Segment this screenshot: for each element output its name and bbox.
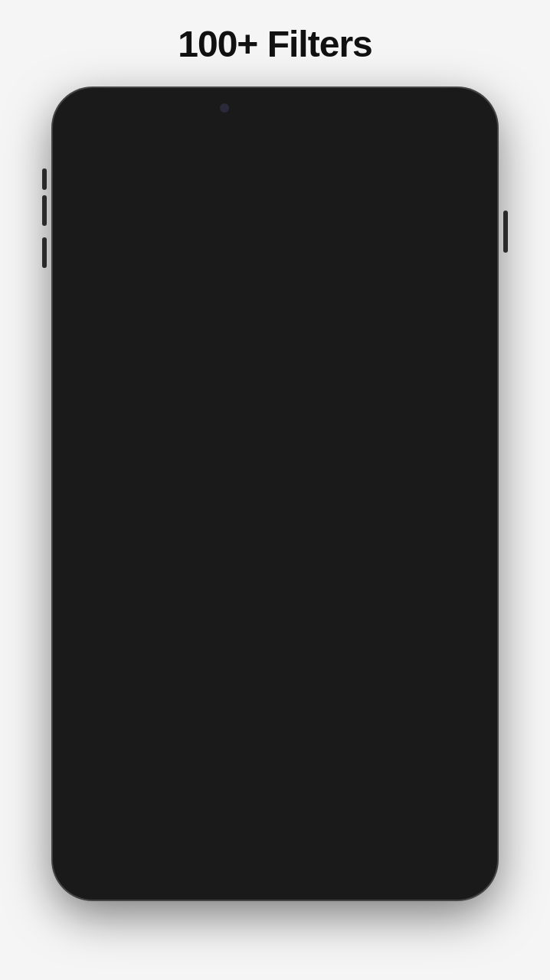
filter-dark[interactable]: Dark bbox=[294, 792, 368, 880]
svg-point-60 bbox=[106, 815, 119, 825]
filter-sk1[interactable]: SK-1 bbox=[446, 792, 488, 880]
power-button bbox=[503, 211, 508, 253]
svg-point-5 bbox=[396, 155, 486, 204]
saturation-icon bbox=[278, 737, 309, 768]
filter-a1-thumb bbox=[370, 792, 444, 865]
phone-screen: Brightness Contrast bbox=[62, 97, 488, 890]
svg-point-14 bbox=[317, 346, 324, 351]
page-title: 100+ Filters bbox=[178, 23, 372, 65]
shadow-icon: S bbox=[471, 737, 488, 768]
filter-sk1-label: SK-1 bbox=[472, 868, 488, 880]
svg-point-48 bbox=[227, 757, 231, 762]
warmth-label: Warmth bbox=[211, 771, 246, 782]
svg-point-15 bbox=[369, 397, 378, 406]
filter-original[interactable]: Original bbox=[67, 792, 140, 880]
volume-up-button bbox=[42, 195, 47, 226]
filters-row: Original bbox=[62, 786, 488, 884]
mute-button bbox=[42, 168, 47, 190]
highlight-icon: H bbox=[407, 737, 437, 768]
svg-line-40 bbox=[93, 745, 96, 748]
svg-text:H: H bbox=[418, 746, 426, 759]
filter-dark-label: Dark bbox=[320, 868, 341, 880]
contrast-label: Contrast bbox=[146, 771, 183, 782]
saturation-label: Saturation bbox=[270, 771, 316, 782]
filter-story-label: Story bbox=[244, 868, 267, 880]
svg-line-42 bbox=[106, 745, 109, 748]
fade-icon bbox=[342, 737, 373, 768]
svg-line-43 bbox=[93, 758, 96, 761]
tool-fade[interactable]: Fade bbox=[326, 734, 390, 786]
svg-point-58 bbox=[83, 799, 126, 848]
filter-story-thumb bbox=[218, 792, 292, 865]
volume-down-button bbox=[42, 237, 47, 268]
filter-original-label: Original bbox=[87, 868, 121, 880]
svg-point-12 bbox=[305, 343, 328, 358]
fade-label: Fade bbox=[346, 771, 369, 782]
warmth-icon bbox=[214, 737, 244, 768]
filter-story[interactable]: Story bbox=[218, 792, 292, 880]
brightness-icon bbox=[85, 737, 116, 768]
tools-row: Brightness Contrast bbox=[62, 734, 488, 786]
svg-text:S: S bbox=[487, 748, 488, 759]
contrast-icon bbox=[149, 737, 180, 768]
filter-a1[interactable]: A-1 bbox=[370, 792, 444, 880]
highlight-label: Highlight bbox=[403, 771, 442, 782]
svg-point-35 bbox=[95, 747, 106, 758]
controls-area: Brightness Contrast bbox=[62, 722, 488, 890]
filter-bright-thumb bbox=[142, 792, 216, 865]
filter-bright-label: Bright bbox=[166, 868, 192, 880]
tool-warmth[interactable]: Warmth bbox=[197, 734, 261, 786]
tool-highlight[interactable]: H Highlight bbox=[390, 734, 454, 786]
svg-point-54 bbox=[476, 742, 488, 763]
tool-shadow[interactable]: S Shad bbox=[454, 734, 488, 786]
tool-saturation[interactable]: Saturation bbox=[261, 734, 326, 786]
tool-brightness[interactable]: Brightness bbox=[68, 734, 133, 786]
svg-line-41 bbox=[106, 758, 109, 761]
photo-area bbox=[62, 97, 488, 722]
filter-sk1-thumb bbox=[446, 792, 488, 865]
filter-a1-label: A-1 bbox=[399, 868, 414, 880]
shadow-label: Shad bbox=[475, 771, 488, 782]
tool-contrast[interactable]: Contrast bbox=[133, 734, 197, 786]
filter-dark-thumb bbox=[294, 792, 368, 865]
phone-mockup: Brightness Contrast bbox=[53, 88, 497, 900]
filter-original-thumb bbox=[67, 792, 140, 865]
svg-point-59 bbox=[89, 816, 101, 825]
filter-bright[interactable]: Bright bbox=[142, 792, 216, 880]
brightness-label: Brightness bbox=[77, 771, 123, 782]
